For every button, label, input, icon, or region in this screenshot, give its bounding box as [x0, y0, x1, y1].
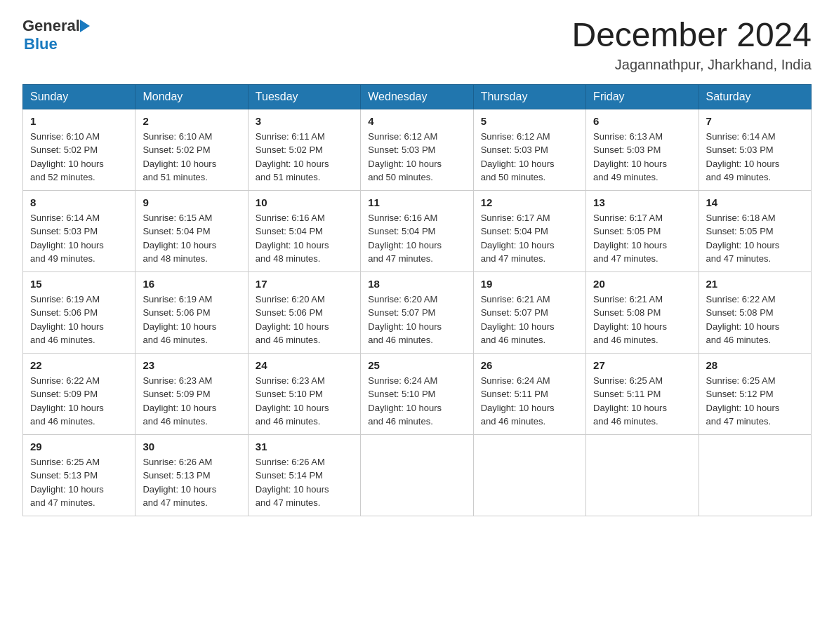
calendar-cell: 13Sunrise: 6:17 AMSunset: 5:05 PMDayligh…	[586, 190, 699, 271]
calendar-cell: 27Sunrise: 6:25 AMSunset: 5:11 PMDayligh…	[586, 353, 699, 434]
day-number: 13	[593, 196, 691, 208]
day-info: Sunrise: 6:21 AMSunset: 5:07 PMDaylight:…	[481, 293, 578, 347]
day-info: Sunrise: 6:20 AMSunset: 5:07 PMDaylight:…	[368, 293, 465, 347]
day-info: Sunrise: 6:16 AMSunset: 5:04 PMDaylight:…	[368, 211, 465, 266]
day-info: Sunrise: 6:25 AMSunset: 5:11 PMDaylight:…	[593, 374, 691, 429]
calendar-cell: 7Sunrise: 6:14 AMSunset: 5:03 PMDaylight…	[699, 109, 811, 190]
day-number: 1	[30, 115, 128, 127]
calendar-cell: 31Sunrise: 6:26 AMSunset: 5:14 PMDayligh…	[248, 434, 360, 516]
day-info: Sunrise: 6:17 AMSunset: 5:04 PMDaylight:…	[481, 211, 578, 266]
day-info: Sunrise: 6:13 AMSunset: 5:03 PMDaylight:…	[593, 130, 691, 185]
day-number: 19	[481, 278, 578, 290]
day-info: Sunrise: 6:14 AMSunset: 5:03 PMDaylight:…	[30, 211, 128, 266]
calendar-cell: 1Sunrise: 6:10 AMSunset: 5:02 PMDaylight…	[23, 109, 135, 190]
calendar-cell: 14Sunrise: 6:18 AMSunset: 5:05 PMDayligh…	[699, 190, 811, 271]
day-info: Sunrise: 6:23 AMSunset: 5:10 PMDaylight:…	[256, 374, 353, 429]
day-info: Sunrise: 6:20 AMSunset: 5:06 PMDaylight:…	[256, 293, 353, 347]
day-number: 23	[143, 359, 240, 371]
day-number: 27	[593, 359, 691, 371]
weekday-header-row: SundayMondayTuesdayWednesdayThursdayFrid…	[23, 84, 812, 109]
day-info: Sunrise: 6:14 AMSunset: 5:03 PMDaylight:…	[706, 130, 804, 185]
day-number: 22	[30, 359, 128, 371]
day-number: 2	[143, 115, 240, 127]
weekday-header-wednesday: Wednesday	[361, 84, 473, 109]
calendar-cell: 16Sunrise: 6:19 AMSunset: 5:06 PMDayligh…	[135, 271, 248, 353]
calendar-cell: 8Sunrise: 6:14 AMSunset: 5:03 PMDaylight…	[23, 190, 135, 271]
calendar-cell: 18Sunrise: 6:20 AMSunset: 5:07 PMDayligh…	[361, 271, 473, 353]
title-area: December 2024 Jagannathpur, Jharkhand, I…	[571, 17, 812, 73]
day-number: 31	[256, 441, 353, 452]
calendar-week-row: 8Sunrise: 6:14 AMSunset: 5:03 PMDaylight…	[23, 190, 812, 271]
calendar-week-row: 1Sunrise: 6:10 AMSunset: 5:02 PMDaylight…	[23, 109, 812, 190]
calendar-cell: 17Sunrise: 6:20 AMSunset: 5:06 PMDayligh…	[248, 271, 360, 353]
day-number: 17	[256, 278, 353, 290]
calendar-cell: 19Sunrise: 6:21 AMSunset: 5:07 PMDayligh…	[473, 271, 585, 353]
logo-blue-text: Blue	[24, 35, 58, 53]
calendar-title: December 2024	[571, 17, 812, 54]
calendar-cell: 28Sunrise: 6:25 AMSunset: 5:12 PMDayligh…	[699, 353, 811, 434]
calendar-week-row: 15Sunrise: 6:19 AMSunset: 5:06 PMDayligh…	[23, 271, 812, 353]
day-info: Sunrise: 6:19 AMSunset: 5:06 PMDaylight:…	[30, 293, 128, 347]
weekday-header-tuesday: Tuesday	[248, 84, 360, 109]
calendar-cell: 29Sunrise: 6:25 AMSunset: 5:13 PMDayligh…	[23, 434, 135, 516]
day-number: 25	[368, 359, 465, 371]
calendar-cell: 12Sunrise: 6:17 AMSunset: 5:04 PMDayligh…	[473, 190, 585, 271]
day-info: Sunrise: 6:12 AMSunset: 5:03 PMDaylight:…	[481, 130, 578, 185]
calendar-cell: 6Sunrise: 6:13 AMSunset: 5:03 PMDaylight…	[586, 109, 699, 190]
calendar-cell	[586, 434, 699, 516]
day-number: 14	[706, 196, 804, 208]
day-info: Sunrise: 6:21 AMSunset: 5:08 PMDaylight:…	[593, 293, 691, 347]
calendar-cell: 11Sunrise: 6:16 AMSunset: 5:04 PMDayligh…	[361, 190, 473, 271]
calendar-cell: 23Sunrise: 6:23 AMSunset: 5:09 PMDayligh…	[135, 353, 248, 434]
day-info: Sunrise: 6:10 AMSunset: 5:02 PMDaylight:…	[30, 130, 128, 185]
day-info: Sunrise: 6:17 AMSunset: 5:05 PMDaylight:…	[593, 211, 691, 266]
logo: General Blue	[22, 17, 90, 53]
calendar-cell: 4Sunrise: 6:12 AMSunset: 5:03 PMDaylight…	[361, 109, 473, 190]
calendar-cell: 10Sunrise: 6:16 AMSunset: 5:04 PMDayligh…	[248, 190, 360, 271]
day-info: Sunrise: 6:26 AMSunset: 5:14 PMDaylight:…	[256, 455, 353, 510]
calendar-cell: 2Sunrise: 6:10 AMSunset: 5:02 PMDaylight…	[135, 109, 248, 190]
header: General Blue December 2024 Jagannathpur,…	[22, 17, 812, 73]
weekday-header-thursday: Thursday	[473, 84, 585, 109]
day-number: 4	[368, 115, 465, 127]
day-number: 3	[256, 115, 353, 127]
calendar-cell: 3Sunrise: 6:11 AMSunset: 5:02 PMDaylight…	[248, 109, 360, 190]
day-number: 7	[706, 115, 804, 127]
calendar-cell: 21Sunrise: 6:22 AMSunset: 5:08 PMDayligh…	[699, 271, 811, 353]
day-number: 12	[481, 196, 578, 208]
day-number: 26	[481, 359, 578, 371]
calendar-cell: 25Sunrise: 6:24 AMSunset: 5:10 PMDayligh…	[361, 353, 473, 434]
calendar-cell: 22Sunrise: 6:22 AMSunset: 5:09 PMDayligh…	[23, 353, 135, 434]
day-number: 16	[143, 278, 240, 290]
day-info: Sunrise: 6:23 AMSunset: 5:09 PMDaylight:…	[143, 374, 240, 429]
day-number: 6	[593, 115, 691, 127]
day-info: Sunrise: 6:12 AMSunset: 5:03 PMDaylight:…	[368, 130, 465, 185]
calendar-cell: 30Sunrise: 6:26 AMSunset: 5:13 PMDayligh…	[135, 434, 248, 516]
day-number: 5	[481, 115, 578, 127]
day-info: Sunrise: 6:22 AMSunset: 5:08 PMDaylight:…	[706, 293, 804, 347]
day-number: 29	[30, 441, 128, 452]
day-number: 9	[143, 196, 240, 208]
day-info: Sunrise: 6:18 AMSunset: 5:05 PMDaylight:…	[706, 211, 804, 266]
logo-arrow-icon	[80, 20, 90, 32]
calendar-cell: 9Sunrise: 6:15 AMSunset: 5:04 PMDaylight…	[135, 190, 248, 271]
day-info: Sunrise: 6:16 AMSunset: 5:04 PMDaylight:…	[256, 211, 353, 266]
calendar-cell: 26Sunrise: 6:24 AMSunset: 5:11 PMDayligh…	[473, 353, 585, 434]
calendar-table: SundayMondayTuesdayWednesdayThursdayFrid…	[22, 84, 812, 516]
calendar-cell: 24Sunrise: 6:23 AMSunset: 5:10 PMDayligh…	[248, 353, 360, 434]
calendar-cell	[473, 434, 585, 516]
calendar-cell	[361, 434, 473, 516]
day-number: 11	[368, 196, 465, 208]
day-info: Sunrise: 6:26 AMSunset: 5:13 PMDaylight:…	[143, 455, 240, 510]
day-info: Sunrise: 6:15 AMSunset: 5:04 PMDaylight:…	[143, 211, 240, 266]
calendar-subtitle: Jagannathpur, Jharkhand, India	[571, 57, 812, 73]
calendar-week-row: 29Sunrise: 6:25 AMSunset: 5:13 PMDayligh…	[23, 434, 812, 516]
weekday-header-sunday: Sunday	[23, 84, 135, 109]
day-number: 28	[706, 359, 804, 371]
day-info: Sunrise: 6:24 AMSunset: 5:11 PMDaylight:…	[481, 374, 578, 429]
day-number: 24	[256, 359, 353, 371]
logo-general-text: General	[22, 17, 80, 35]
day-info: Sunrise: 6:19 AMSunset: 5:06 PMDaylight:…	[143, 293, 240, 347]
calendar-cell: 15Sunrise: 6:19 AMSunset: 5:06 PMDayligh…	[23, 271, 135, 353]
weekday-header-monday: Monday	[135, 84, 248, 109]
